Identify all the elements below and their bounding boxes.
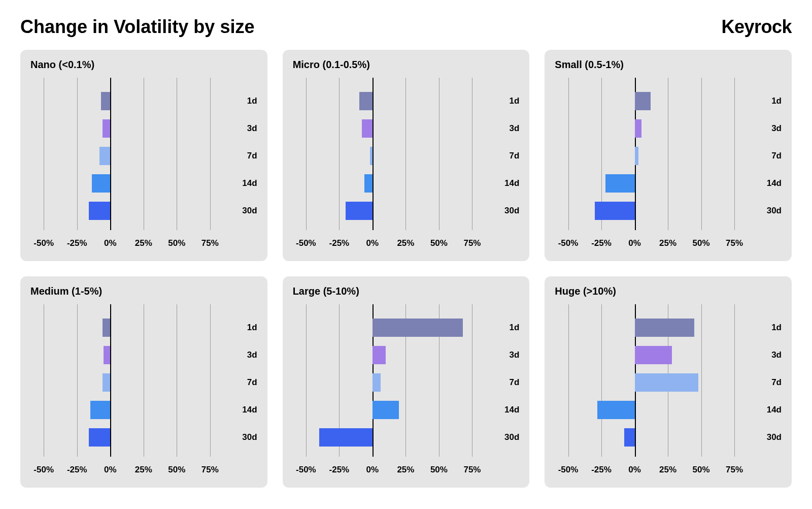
plot-area: 1d3d7d14d30d — [555, 78, 782, 230]
zero-line — [110, 78, 111, 230]
plot-area: 1d3d7d14d30d — [30, 304, 257, 457]
plot-area: 1d3d7d14d30d — [30, 78, 257, 230]
gridline — [144, 78, 144, 230]
y-labels: 1d3d7d14d30d — [486, 78, 520, 230]
y-label: 3d — [771, 350, 782, 360]
gridline — [77, 78, 78, 230]
x-tick-label: 75% — [201, 465, 219, 475]
y-label: 3d — [509, 350, 519, 360]
gridline — [405, 78, 406, 230]
gridline — [472, 304, 472, 457]
bar — [346, 202, 372, 220]
x-tick-label: -50% — [33, 238, 54, 248]
y-label: 7d — [509, 377, 519, 388]
bar — [364, 174, 373, 193]
x-tick-label: 75% — [463, 238, 481, 248]
x-tick-label: -25% — [67, 465, 87, 475]
x-tick-label: 75% — [201, 238, 219, 248]
plot-area: 1d3d7d14d30d — [293, 304, 520, 457]
gridline — [601, 304, 602, 457]
y-label: 14d — [242, 178, 257, 188]
zero-line — [110, 304, 111, 457]
x-tick-label: -50% — [558, 465, 579, 475]
gridline — [177, 304, 177, 457]
chart-panel: Medium (1-5%)1d3d7d14d30d-50%-25%0%25%50… — [20, 276, 267, 488]
gridline — [568, 78, 569, 230]
y-label: 1d — [509, 323, 519, 333]
y-label: 14d — [767, 405, 782, 415]
panel-title: Large (5-10%) — [293, 285, 520, 297]
x-tick-label: 0% — [104, 238, 117, 248]
y-labels: 1d3d7d14d30d — [486, 304, 520, 457]
bar — [103, 119, 111, 138]
gridline — [210, 78, 211, 230]
gridline — [77, 304, 78, 457]
bar — [373, 319, 463, 337]
gridline — [44, 78, 44, 230]
chart-canvas — [293, 78, 486, 230]
header: Change in Volatility by size Keyrock — [20, 16, 792, 38]
y-label: 30d — [504, 206, 519, 216]
chart-panel: Large (5-10%)1d3d7d14d30d-50%-25%0%25%50… — [283, 276, 530, 488]
y-label: 30d — [504, 432, 519, 442]
bar — [90, 401, 110, 419]
chart-panel: Micro (0.1-0.5%)1d3d7d14d30d-50%-25%0%25… — [283, 50, 530, 261]
bar — [89, 202, 110, 220]
y-label: 30d — [242, 206, 257, 216]
page-title: Change in Volatility by size — [20, 16, 254, 38]
x-tick-label: 0% — [628, 465, 641, 475]
x-tick-label: -50% — [296, 465, 316, 475]
gridline — [472, 78, 472, 230]
bar — [362, 119, 373, 138]
y-labels: 1d3d7d14d30d — [223, 78, 257, 230]
bar — [359, 92, 373, 110]
gridline — [734, 304, 735, 457]
chart-canvas — [30, 78, 223, 230]
panel-title: Nano (<0.1%) — [30, 59, 257, 71]
x-tick-label: 50% — [693, 238, 710, 248]
x-tick-label: 25% — [659, 465, 676, 475]
bar — [370, 147, 373, 165]
y-label: 30d — [767, 432, 782, 442]
x-tick-label: 25% — [659, 238, 676, 248]
x-tick-label: 75% — [726, 238, 743, 248]
y-label: 14d — [767, 178, 782, 188]
bar — [103, 319, 111, 337]
gridline — [339, 78, 340, 230]
x-tick-label: 25% — [397, 465, 414, 475]
chart-canvas — [293, 304, 486, 457]
y-label: 1d — [509, 96, 519, 106]
chart-panel: Small (0.5-1%)1d3d7d14d30d-50%-25%0%25%5… — [545, 50, 792, 261]
y-label: 1d — [771, 96, 782, 106]
y-label: 14d — [504, 405, 519, 415]
bar — [319, 428, 373, 447]
x-tick-label: 0% — [628, 238, 641, 248]
x-tick-label: 0% — [104, 465, 117, 475]
x-axis: -50%-25%0%25%50%75% — [30, 460, 257, 480]
bar — [373, 346, 386, 364]
y-label: 14d — [242, 405, 257, 415]
y-label: 1d — [247, 323, 257, 333]
gridline — [568, 304, 569, 457]
chart-panel: Nano (<0.1%)1d3d7d14d30d-50%-25%0%25%50%… — [20, 50, 267, 261]
gridline — [210, 304, 211, 457]
bar — [99, 147, 110, 165]
x-tick-label: -25% — [591, 465, 612, 475]
y-label: 7d — [247, 151, 257, 161]
gridline — [306, 304, 307, 457]
x-tick-label: 75% — [726, 465, 743, 475]
x-tick-label: 50% — [168, 238, 185, 248]
x-tick-label: -25% — [591, 238, 612, 248]
x-tick-label: 25% — [397, 238, 414, 248]
bar — [635, 147, 639, 165]
panel-title: Huge (>10%) — [555, 285, 782, 297]
chart-grid: Nano (<0.1%)1d3d7d14d30d-50%-25%0%25%50%… — [20, 50, 792, 488]
gridline — [306, 78, 307, 230]
x-axis: -50%-25%0%25%50%75% — [30, 233, 257, 253]
chart-canvas — [30, 304, 223, 457]
x-tick-label: 75% — [463, 465, 481, 475]
bar — [597, 401, 634, 419]
panel-title: Small (0.5-1%) — [555, 59, 782, 71]
x-tick-label: -50% — [33, 465, 54, 475]
x-tick-label: 50% — [430, 465, 448, 475]
